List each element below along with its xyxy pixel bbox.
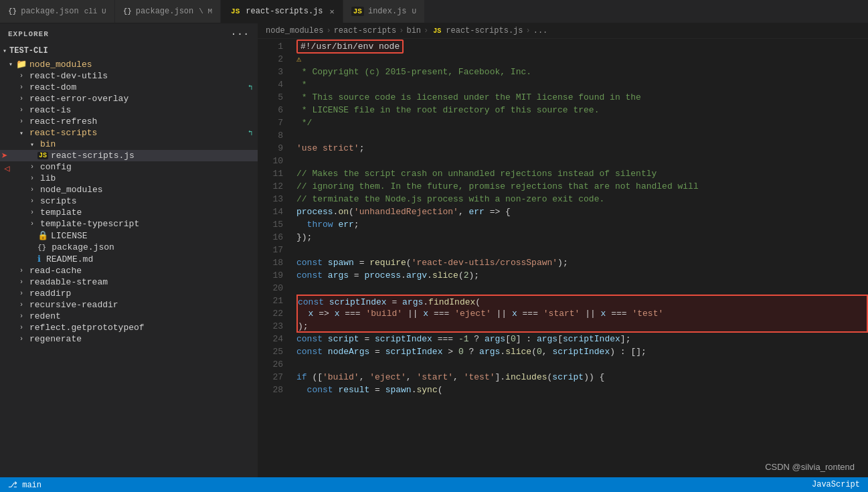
- sidebar-item-scripts[interactable]: › scripts: [0, 195, 258, 207]
- main-area: EXPLORER ··· ▾ TEST-CLI ▾ 📁 node_modules…: [0, 23, 868, 477]
- sidebar-item-label: react-refresh: [29, 116, 97, 127]
- sidebar-item-lib[interactable]: › lib: [0, 173, 258, 184]
- sync-icon: ↰: [248, 83, 252, 92]
- sidebar-item-label: regenerate: [29, 334, 82, 344]
- breadcrumb-file: react-scripts.js: [446, 26, 523, 35]
- chevron-right-icon: ›: [16, 278, 27, 286]
- chevron-down-icon: ▾: [16, 129, 27, 137]
- sidebar-item-readable-stream[interactable]: › readable-stream: [0, 276, 258, 288]
- sidebar-item-bin[interactable]: ▾ bin: [0, 139, 258, 150]
- tab-package-json-m[interactable]: {} package.json \ M: [115, 0, 221, 23]
- code-editor[interactable]: #!/usr/bin/env node ⚠ * Copyright (c) 20…: [291, 39, 868, 477]
- code-line-26: [296, 358, 868, 371]
- chevron-right-icon: ›: [16, 106, 27, 114]
- code-line-8: [296, 129, 868, 142]
- code-line-12: // ignoring them. In the future, promise…: [296, 180, 868, 193]
- chevron-right-icon: ›: [27, 163, 37, 171]
- sidebar-item-license[interactable]: 🔒 LICENSE: [0, 230, 258, 242]
- sidebar-item-react-is[interactable]: › react-is: [0, 104, 258, 116]
- code-line-3: * Copyright (c) 2015-present, Facebook, …: [296, 66, 868, 78]
- sidebar-item-label: bin: [40, 139, 56, 149]
- root-folder[interactable]: ▾ TEST-CLI: [0, 45, 258, 58]
- code-line-17: [296, 244, 868, 256]
- chevron-right-icon: ›: [27, 220, 37, 228]
- status-bar: ⎇ main JavaScript: [0, 477, 868, 492]
- root-label: TEST-CLI: [9, 46, 48, 56]
- editor: node_modules › react-scripts › bin › JS …: [258, 23, 868, 477]
- file-tree: ▾ 📁 node_modules › react-dev-utils › rea…: [0, 58, 258, 477]
- breadcrumb-ellipsis: ...: [533, 26, 548, 35]
- code-line-16: });: [296, 231, 868, 244]
- sidebar-item-template[interactable]: › template: [0, 207, 258, 218]
- sidebar-item-reflect[interactable]: › reflect.getprototypeof: [0, 322, 258, 333]
- sidebar-item-redent[interactable]: › redent: [0, 311, 258, 322]
- more-options-button[interactable]: ···: [231, 29, 250, 39]
- close-icon[interactable]: ✕: [330, 7, 335, 17]
- sidebar-item-react-error-overlay[interactable]: › react-error-overlay: [0, 93, 258, 104]
- code-line-6: * LICENSE file in the root directory of …: [296, 104, 868, 116]
- sidebar-item-read-cache[interactable]: › read-cache: [0, 265, 258, 276]
- sidebar-item-node-modules[interactable]: ▾ 📁 node_modules: [0, 58, 258, 70]
- tab-suffix: \ M: [199, 7, 212, 15]
- sidebar-item-label: react-dom: [29, 82, 76, 92]
- sidebar-item-label: react-scripts.js: [51, 151, 135, 161]
- sidebar-item-label: readdirp: [29, 289, 71, 299]
- code-line-1: #!/usr/bin/env node: [296, 40, 868, 53]
- js-icon: JS: [351, 7, 364, 16]
- sidebar-header: EXPLORER ···: [0, 23, 258, 45]
- sidebar-item-label: react-dev-utils: [29, 71, 108, 81]
- json-icon: {}: [8, 7, 17, 15]
- status-right: JavaScript: [812, 480, 860, 489]
- code-line-4: *: [296, 78, 868, 91]
- code-line-27: if (['build', 'eject', 'start', 'test'].…: [296, 371, 868, 384]
- code-line-11: // Makes the script crash on unhandled r…: [296, 167, 868, 180]
- code-line-2: ⚠: [296, 53, 868, 66]
- code-line-5: * This source code is licensed under the…: [296, 91, 868, 104]
- tab-label: react-scripts.js: [246, 7, 323, 16]
- sidebar-item-label: redent: [29, 311, 61, 321]
- tab-bar: {} package.json cli U {} package.json \ …: [0, 0, 868, 23]
- sidebar-item-react-dev-utils[interactable]: › react-dev-utils: [0, 70, 258, 82]
- tab-react-scripts-js[interactable]: JS react-scripts.js ✕: [221, 0, 343, 23]
- chevron-right-icon: ›: [27, 197, 37, 205]
- sidebar-item-label: template: [40, 208, 82, 218]
- sidebar-item-package-json[interactable]: {} package.json: [0, 242, 258, 253]
- sidebar: EXPLORER ··· ▾ TEST-CLI ▾ 📁 node_modules…: [0, 23, 258, 477]
- sidebar-item-label: scripts: [40, 196, 77, 206]
- sidebar-item-label: react-is: [29, 105, 71, 115]
- sidebar-item-template-typescript[interactable]: › template-typescript: [0, 218, 258, 230]
- sidebar-item-label: lib: [40, 173, 56, 183]
- sidebar-item-recursive-readdir[interactable]: › recursive-readdir: [0, 299, 258, 311]
- sidebar-item-readme[interactable]: ℹ README.md: [0, 253, 258, 265]
- chevron-right-icon: ›: [27, 175, 37, 182]
- sidebar-item-label: read-cache: [29, 266, 82, 276]
- chevron-right-icon: ›: [27, 186, 37, 193]
- sidebar-item-regenerate[interactable]: › regenerate: [0, 333, 258, 345]
- chevron-down-icon: ▾: [3, 47, 7, 55]
- js-file-icon: JS: [37, 152, 48, 159]
- chevron-down-icon: ▾: [5, 60, 16, 68]
- code-line-7: */: [296, 116, 868, 129]
- tab-label: package.json: [136, 7, 193, 16]
- sidebar-item-readdirp[interactable]: › readdirp: [0, 288, 258, 299]
- chevron-right-icon: ›: [16, 301, 27, 309]
- sidebar-item-react-refresh[interactable]: › react-refresh: [0, 116, 258, 127]
- json-icon: {}: [37, 244, 46, 252]
- sidebar-item-config[interactable]: ◁ › config: [0, 161, 258, 173]
- line-numbers: 1 2 3 4 5 6 7 8 9 10 11 12 13 14 15 16 1…: [258, 39, 291, 477]
- code-line-23: );: [296, 320, 868, 333]
- tab-package-json-cli[interactable]: {} package.json cli U: [0, 0, 115, 23]
- chevron-right-icon: ›: [16, 72, 27, 80]
- sidebar-item-react-dom[interactable]: › react-dom ↰: [0, 82, 258, 93]
- code-line-9: 'use strict';: [296, 142, 868, 155]
- code-line-13: // terminate the Node.js process with a …: [296, 193, 868, 206]
- sidebar-item-react-scripts[interactable]: ▾ react-scripts ↰: [0, 127, 258, 139]
- tab-index-js[interactable]: JS index.js U: [343, 0, 425, 23]
- chevron-right-icon: ›: [16, 118, 27, 125]
- tab-suffix: cli U: [84, 7, 106, 15]
- sidebar-item-node-modules-nested[interactable]: › node_modules: [0, 184, 258, 195]
- sidebar-item-label: config: [40, 162, 72, 172]
- sidebar-item-label: package.json: [52, 242, 114, 252]
- sidebar-item-label: LICENSE: [51, 231, 88, 241]
- sidebar-item-react-scripts-js[interactable]: ➤ JS react-scripts.js: [0, 150, 258, 161]
